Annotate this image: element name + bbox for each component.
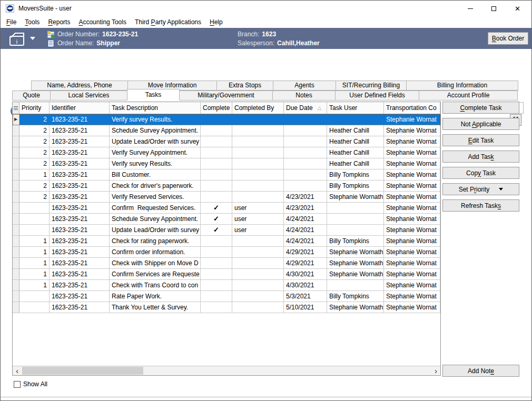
app-logo-icon[interactable] [6,4,14,13]
tab-quote[interactable]: Quote [12,91,51,101]
cell-due-date[interactable] [284,181,327,191]
cell-due-date[interactable]: 5/3/2021 [284,291,327,302]
order-info-caret-down-icon[interactable] [30,37,35,40]
tab-account-profile[interactable]: Account Profile [419,91,518,101]
column-header-task-user[interactable]: Task User [327,102,384,114]
cell-description[interactable]: Verify Reserved Services. [110,192,201,202]
cell-complete[interactable]: ✓ [201,225,232,235]
cell-identifier[interactable]: 1623-235-21 [50,181,110,191]
cell-transportation[interactable]: Stephanie Wornat [384,302,440,313]
cell-description[interactable]: Bill Customer. [110,169,201,180]
cell-task-user[interactable] [327,214,384,224]
row-selector[interactable] [13,192,19,202]
cell-due-date[interactable] [284,114,327,125]
cell-identifier[interactable]: 1623-235-21 [50,192,110,202]
cell-complete[interactable] [201,280,232,290]
task-row[interactable]: 11623-235-21Confirm order information.4/… [13,247,440,258]
edit-task-button[interactable]: Edit Task [442,134,519,146]
cell-complete[interactable] [201,302,232,313]
cell-priority[interactable]: 1 [19,269,50,279]
cell-completed-by[interactable] [232,280,284,290]
cell-description[interactable]: Confirm Requested Services. [110,203,201,213]
cell-transportation[interactable]: Stephanie Wornat [384,291,440,302]
cell-transportation[interactable]: Stephanie Wornat [384,125,440,136]
add-note-button[interactable]: Add Note [442,365,519,377]
cell-transportation[interactable]: Stephanie Wornat [384,225,440,235]
cell-completed-by[interactable] [232,181,284,191]
cell-due-date[interactable] [284,136,327,147]
cell-priority[interactable]: 2 [19,181,50,191]
cell-description[interactable]: Confirm order information. [110,247,201,257]
cell-identifier[interactable]: 1623-235-21 [50,225,110,235]
cell-description[interactable]: Update Lead/Order with survey [110,136,201,147]
cell-due-date[interactable]: 4/30/2021 [284,269,327,279]
cell-complete[interactable] [201,192,232,202]
cell-identifier[interactable]: 1623-235-21 [50,158,110,169]
cell-transportation[interactable]: Stephanie Wornat [384,181,440,191]
cell-task-user[interactable]: Heather Cahill [327,136,384,147]
row-selector[interactable] [13,247,19,257]
cell-transportation[interactable]: Stephanie Wornat [384,203,440,213]
cell-description[interactable]: Rate Paper Work. [110,291,201,302]
complete-task-button[interactable]: Complete Task [442,102,519,114]
cell-task-user[interactable]: Stephanie Wornath [327,258,384,268]
cell-completed-by[interactable] [232,247,284,257]
task-row[interactable]: 11623-235-21Confirm Services are Request… [13,269,440,280]
cell-priority[interactable]: 2 [19,125,50,136]
row-selector[interactable] [13,181,19,191]
task-row[interactable]: 21623-235-21Verify Survey Appointment.He… [13,147,440,158]
row-selector-arrow-icon[interactable]: ▶ [13,114,19,125]
cell-due-date[interactable] [284,169,327,180]
cell-task-user[interactable]: Stephanie Wornath [327,269,384,279]
menu-help[interactable]: Help [205,16,227,28]
cell-task-user[interactable]: Billy Tompkins [327,236,384,246]
horizontal-scrollbar[interactable]: ‹ › [13,366,440,375]
cell-task-user[interactable]: Billy Tompkins [327,291,384,302]
cell-identifier[interactable]: 1623-235-21 [50,291,110,302]
maximize-button[interactable] [482,1,506,16]
tab-agents[interactable]: Agents [273,81,336,91]
tab-military-government[interactable]: Military/Government [179,91,273,101]
tab-name-address-phone[interactable]: Name, Address, Phone [31,81,128,91]
cell-complete[interactable] [201,147,232,158]
cell-transportation[interactable]: Stephanie Wornat [384,147,440,158]
tab-notes[interactable]: Notes [272,91,336,101]
cell-due-date[interactable]: 4/23/2021 [284,203,327,213]
task-row[interactable]: 21623-235-21Check for driver's paperwork… [13,181,440,192]
cell-complete[interactable] [201,169,232,180]
cell-complete[interactable] [201,125,232,136]
cell-description[interactable]: Verify survey Results. [110,114,201,125]
cell-priority[interactable] [19,291,50,302]
tab-user-defined-fields[interactable]: User Defined Fields [335,91,419,101]
cell-completed-by[interactable] [232,169,284,180]
column-header-identifier[interactable]: Identifier [50,102,110,114]
tab-sit-recurring-billing[interactable]: SIT/Recurring Billing [336,81,407,91]
cell-complete[interactable]: ✓ [201,214,232,224]
cell-due-date[interactable]: 4/24/2021 [284,236,327,246]
scrollbar-thumb[interactable] [22,367,143,375]
cell-task-user[interactable] [327,280,384,290]
cell-complete[interactable] [201,114,232,125]
cell-due-date[interactable]: 4/29/2021 [284,247,327,257]
cell-transportation[interactable]: Stephanie Wornat [384,236,440,246]
cell-task-user[interactable]: Heather Cahill [327,147,384,158]
cell-task-user[interactable]: Stephanie Wornath [327,247,384,257]
cell-completed-by[interactable] [232,114,284,125]
cell-complete[interactable] [201,269,232,279]
refresh-tasks-button[interactable]: Refresh Tasks [442,199,519,212]
row-selector[interactable] [13,258,19,268]
cell-due-date[interactable] [284,125,327,136]
cell-identifier[interactable]: 1623-235-21 [50,302,110,313]
cell-description[interactable]: Check with Trans Coord to con [110,280,201,290]
cell-complete[interactable] [201,236,232,246]
cell-completed-by[interactable] [232,258,284,268]
task-row[interactable]: 1623-235-21Confirm Requested Services.✓u… [13,203,440,214]
cell-completed-by[interactable] [232,158,284,169]
scroll-left-icon[interactable]: ‹ [13,366,22,375]
cell-identifier[interactable]: 1623-235-21 [50,169,110,180]
task-row[interactable]: 1623-235-21Update Lead/Order with survey… [13,225,440,236]
task-row[interactable]: 11623-235-21Check with Shipper on Move D… [13,258,440,269]
cell-identifier[interactable]: 1623-235-21 [50,280,110,290]
cell-priority[interactable]: 1 [19,236,50,246]
cell-description[interactable]: Check for rating paperwork. [110,236,201,246]
